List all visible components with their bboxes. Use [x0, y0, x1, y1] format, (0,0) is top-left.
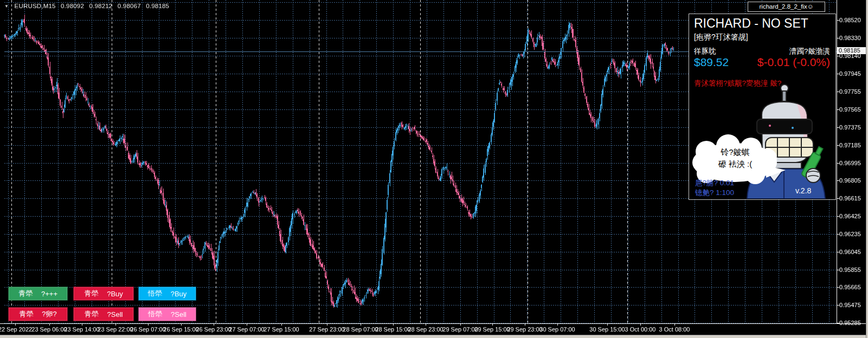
time-axis-label: 3 Oct 00:00 — [625, 326, 656, 333]
panel-subtitle: [疱骅?玎沭箸觇] — [694, 32, 748, 42]
button-label-left: 青犖 — [84, 289, 98, 298]
button-label-right: ?Buy — [171, 290, 187, 298]
price-axis-label: 0.95285 — [839, 320, 861, 326]
profit-value: $-0.01 (-0.0%) — [757, 56, 830, 69]
ohlc-open: 0.98092 — [61, 3, 84, 9]
symbol-period-label: EURUSD,M15 — [15, 3, 56, 9]
button-red-buy[interactable]: 青犖?Buy — [73, 287, 134, 301]
time-axis-label: 23 Sep 22:00 — [98, 326, 133, 333]
ea-panel: RICHARD - NO SET [疱骅?玎沭箸觇] 徉豚眈 漕躅?皴渤潢 $8… — [689, 14, 836, 200]
button-red-sell[interactable]: 青犖?Sell — [73, 307, 134, 321]
time-axis-label: 23 Sep 14:00 — [64, 326, 99, 333]
price-axis-label: 0.96235 — [839, 231, 861, 237]
time-axis-label: 27 Sep 15:00 — [263, 326, 299, 333]
time-axis-label: 26 Sep 15:00 — [163, 326, 198, 333]
balance-label: 徉豚眈 — [694, 47, 716, 56]
time-axis-label: 29 Sep 23:00 — [507, 326, 542, 333]
price-axis-label: 0.95855 — [839, 266, 861, 273]
button-label-left: 青犖 — [19, 309, 33, 319]
price-axis-label: 0.96805 — [839, 177, 861, 184]
lot-size-text: 扈?腩? 0.01 — [695, 178, 734, 188]
time-axis-label: 30 Sep 07:00 — [539, 326, 575, 333]
ohlc-high: 0.98212 — [89, 3, 112, 9]
time-axis-label: 30 Sep 15:00 — [589, 326, 625, 333]
button-blue-buy[interactable]: 悟犖?Buy — [138, 287, 196, 301]
price-axis-label: 0.95475 — [839, 302, 861, 308]
price-axis-label: 0.97565 — [839, 106, 861, 113]
panel-title: RICHARD - NO SET — [694, 16, 808, 31]
leverage-text: 镱艴? 1:100 — [695, 188, 734, 198]
chart-title: ▼ EURUSD,M15 0.98092 0.98212 0.98067 0.9… — [4, 3, 172, 9]
price-axis-label: 0.95665 — [839, 284, 861, 290]
price-axis-label: 0.96615 — [839, 195, 861, 202]
mt4-chart-window: ▼ EURUSD,M15 0.98092 0.98212 0.98067 0.9… — [0, 0, 868, 338]
price-axis-label: 0.96045 — [839, 249, 861, 255]
button-label-left: 青犖 — [85, 309, 99, 319]
time-axis-label: 26 Sep 07:00 — [130, 326, 165, 333]
button-label-right: ?Buy — [107, 290, 123, 298]
time-axis-label: 28 Sep 23:00 — [408, 326, 443, 333]
button-label-left: 悟犖 — [148, 289, 162, 298]
time-axis-label: 27 Sep 23:00 — [309, 326, 344, 333]
ohlc-low: 0.98067 — [118, 3, 141, 9]
bubble-line-2: 礤 袪泱 :( — [695, 158, 776, 170]
button-pink-sell[interactable]: 悟犖?Sell — [138, 307, 196, 321]
time-axis-label: 23 Sep 06:00 — [31, 326, 67, 333]
price-axis-label: 0.97945 — [839, 70, 861, 77]
symbol-dropdown-icon[interactable]: ▼ — [4, 4, 9, 9]
current-price-tag: 0.98185 — [837, 47, 868, 54]
price-axis-label: 0.97375 — [839, 124, 861, 131]
time-axis-label: 28 Sep 07:00 — [343, 326, 378, 333]
button-green-plus[interactable]: 青犖?+++ — [8, 287, 68, 301]
price-axis-label: 0.97755 — [839, 88, 861, 95]
time-axis-label: 29 Sep 15:00 — [474, 326, 510, 333]
time-axis-label: 29 Sep 07:00 — [442, 326, 478, 333]
time-axis-label: 27 Sep 07:00 — [229, 326, 264, 333]
price-axis-label: 0.98330 — [839, 35, 861, 41]
window-edge-bottom — [0, 335, 868, 338]
price-axis-label: 0.96425 — [839, 213, 861, 219]
time-axis-label: 28 Sep 15:00 — [375, 326, 410, 333]
time-axis: 22 Sep 202223 Sep 06:0023 Sep 14:0023 Se… — [0, 326, 868, 335]
ohlc-close: 0.98185 — [146, 3, 169, 9]
time-axis-label: 26 Sep 23:00 — [196, 326, 231, 333]
version-label: v.2.8 — [795, 186, 811, 195]
speech-bubble-text: 铃?皴蜞 礤 袪泱 :( — [695, 146, 776, 170]
price-axis-label: 0.96995 — [839, 160, 861, 166]
window-edge-right — [866, 0, 868, 338]
balance-value: $89.52 — [694, 56, 729, 69]
button-label-right: ?+++ — [41, 290, 57, 298]
button-label-left: 青犖 — [18, 289, 33, 298]
price-axis-label: 0.97185 — [839, 142, 861, 148]
price-axis-label: 0.98520 — [839, 17, 861, 23]
button-label-left: 悟犖 — [148, 309, 162, 319]
ea-name-badge: richard_2.8_2_fix☺ — [748, 2, 825, 12]
button-label-right: ?Sell — [171, 310, 187, 318]
time-axis-label: 22 Sep 2022 — [0, 326, 32, 333]
profit-label: 漕躅?皴渤潢 — [789, 47, 830, 56]
time-axis-label: 3 Oct 08:00 — [659, 326, 690, 333]
button-label-right: ?卵? — [42, 309, 56, 319]
button-label-right: ?Sell — [107, 310, 123, 318]
button-red-lock[interactable]: 青犖?卵? — [8, 307, 68, 321]
bubble-line-1: 铃?皴蜞 — [695, 146, 776, 158]
